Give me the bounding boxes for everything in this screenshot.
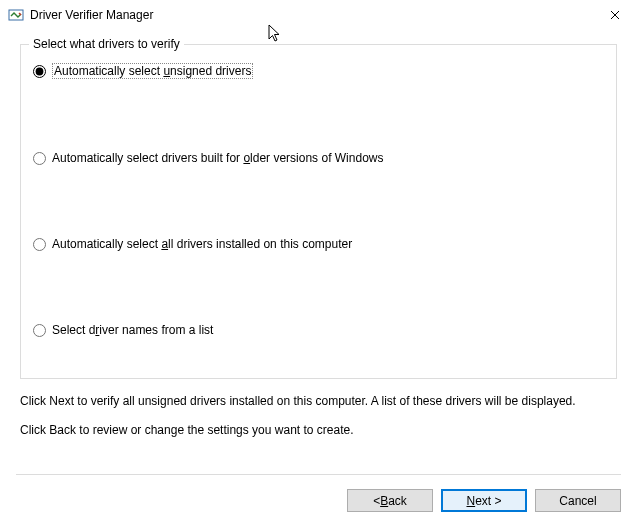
radio-all-drivers[interactable]: Automatically select all drivers install…	[33, 237, 604, 251]
radio-all-drivers-input[interactable]	[33, 238, 46, 251]
instruction-line-2: Click Back to review or change the setti…	[20, 422, 617, 439]
instructions: Click Next to verify all unsigned driver…	[20, 393, 617, 439]
radio-unsigned-drivers[interactable]: Automatically select unsigned drivers	[33, 63, 604, 79]
close-icon	[610, 10, 620, 20]
titlebar: Driver Verifier Manager	[0, 0, 637, 30]
radio-older-windows-drivers-input[interactable]	[33, 152, 46, 165]
next-button[interactable]: Next >	[441, 489, 527, 512]
instruction-line-1: Click Next to verify all unsigned driver…	[20, 393, 617, 410]
footer-separator	[16, 474, 621, 475]
radio-select-from-list-input[interactable]	[33, 324, 46, 337]
group-legend: Select what drivers to verify	[29, 37, 184, 51]
radio-unsigned-drivers-input[interactable]	[33, 65, 46, 78]
radio-older-windows-drivers[interactable]: Automatically select drivers built for o…	[33, 151, 604, 165]
window-title: Driver Verifier Manager	[30, 8, 153, 22]
radio-all-drivers-label: Automatically select all drivers install…	[52, 237, 352, 251]
radio-select-from-list[interactable]: Select driver names from a list	[33, 323, 604, 337]
wizard-button-row: < Back Next > Cancel	[16, 489, 621, 512]
footer: < Back Next > Cancel	[0, 464, 637, 526]
close-button[interactable]	[592, 0, 637, 30]
radio-older-windows-drivers-label: Automatically select drivers built for o…	[52, 151, 383, 165]
drivers-groupbox: Select what drivers to verify Automatica…	[20, 44, 617, 379]
radio-select-from-list-label: Select driver names from a list	[52, 323, 213, 337]
radio-unsigned-drivers-label: Automatically select unsigned drivers	[52, 63, 253, 79]
app-icon	[8, 7, 24, 23]
content-area: Select what drivers to verify Automatica…	[0, 30, 637, 439]
back-button[interactable]: < Back	[347, 489, 433, 512]
cancel-button[interactable]: Cancel	[535, 489, 621, 512]
